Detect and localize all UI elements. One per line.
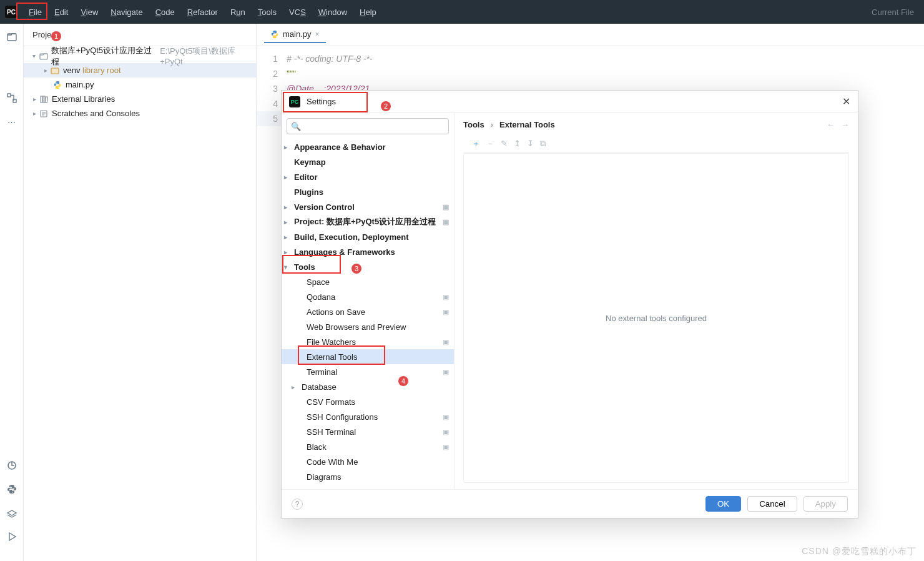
external-libraries-row[interactable]: ▸ External Libraries: [24, 92, 256, 106]
per-project-icon: ▣: [443, 218, 449, 226]
chevron-right-icon: ▸: [41, 67, 50, 74]
down-button: ↧: [527, 139, 534, 148]
chevron-right-icon: ▸: [30, 96, 39, 102]
menu-window[interactable]: Window: [312, 5, 353, 19]
nav-qodana[interactable]: Qodana▣: [282, 289, 454, 304]
menu-run[interactable]: Run: [224, 5, 252, 19]
code-line-1: # -*- coding: UTF-8 -*-: [287, 54, 373, 64]
dialog-footer: ? OK Cancel Apply: [282, 489, 858, 518]
nav-tools[interactable]: ▾Tools: [282, 259, 454, 274]
add-button[interactable]: ＋: [472, 138, 480, 149]
venv-name: venv: [63, 66, 80, 75]
code-line-2: """: [287, 69, 296, 79]
close-icon[interactable]: ×: [315, 30, 320, 39]
per-project-icon: ▣: [443, 428, 449, 436]
menu-refactor[interactable]: Refactor: [181, 5, 224, 19]
editor-tab-main-py[interactable]: main.py ×: [264, 26, 326, 43]
structure-tool-icon[interactable]: [6, 92, 17, 104]
crumb-tools[interactable]: Tools: [463, 120, 484, 129]
menu-tools[interactable]: Tools: [252, 5, 283, 19]
nav-actions-on-save[interactable]: Actions on Save▣: [282, 304, 454, 319]
nav-ssh-terminal[interactable]: SSH Terminal▣: [282, 424, 454, 439]
nav-project[interactable]: ▸Project: 数据库+PyQt5设计应用全过程▣: [282, 214, 454, 229]
per-project-icon: ▣: [443, 293, 449, 301]
settings-dialog: PC Settings ✕ 🔍 ▸Appearance & Behavior K…: [281, 90, 858, 519]
help-button[interactable]: ?: [292, 499, 303, 510]
main-py-row[interactable]: main.py: [24, 77, 256, 92]
nav-keymap[interactable]: Keymap: [282, 154, 454, 169]
venv-tag: library root: [82, 66, 120, 75]
nav-csv-formats[interactable]: CSV Formats: [282, 394, 454, 409]
file-name: main.py: [66, 80, 94, 89]
edit-button: ✎: [501, 139, 508, 148]
scratches-row[interactable]: ▸ Scratches and Consoles: [24, 106, 256, 121]
nav-languages-frameworks[interactable]: ▸Languages & Frameworks: [282, 244, 454, 259]
profiler-tool-icon[interactable]: [6, 460, 17, 471]
nav-diff-merge[interactable]: ▸Diff & Merge: [282, 484, 454, 489]
nav-ssh-config[interactable]: SSH Configurations▣: [282, 409, 454, 424]
empty-message: No external tools configured: [606, 314, 707, 323]
svg-rect-1: [7, 94, 11, 97]
close-icon[interactable]: ✕: [842, 96, 850, 107]
nav-terminal[interactable]: Terminal▣: [282, 364, 454, 379]
svg-rect-7: [41, 96, 42, 102]
copy-button: ⧉: [540, 139, 546, 149]
per-project-icon: ▣: [443, 308, 449, 316]
watermark: CSDN @爱吃雪糕的小布丁: [802, 546, 917, 557]
project-root-path: E:\PyQt5项目\数据库+PyQt: [160, 46, 256, 66]
pycharm-logo-icon: PC: [289, 96, 300, 107]
packages-tool-icon[interactable]: [6, 507, 17, 519]
chevron-right-icon: ▸: [30, 110, 39, 117]
settings-content: Tools › External Tools ← → ＋ － ✎ ↥ ↧ ⧉ N…: [455, 113, 858, 489]
services-tool-icon[interactable]: [6, 531, 17, 542]
project-tool-icon[interactable]: [6, 31, 17, 42]
nav-black[interactable]: Black▣: [282, 439, 454, 454]
run-config-status[interactable]: Current File: [872, 7, 914, 17]
menu-navigate[interactable]: Navigate: [104, 5, 149, 19]
left-tool-rail: ⋯: [0, 24, 24, 561]
main-menubar: PC File Edit View Navigate Code Refactor…: [0, 0, 924, 24]
app-logo-icon: PC: [5, 6, 17, 18]
nav-web-browsers[interactable]: Web Browsers and Preview: [282, 319, 454, 334]
tab-label: main.py: [283, 29, 312, 39]
cancel-button[interactable]: Cancel: [747, 496, 797, 512]
crumb-external-tools: External Tools: [499, 120, 555, 129]
per-project-icon: ▣: [443, 338, 449, 346]
more-tool-icon[interactable]: ⋯: [6, 116, 17, 127]
dialog-titlebar: PC Settings ✕: [282, 91, 858, 113]
remove-button: －: [486, 138, 494, 149]
nav-plugins[interactable]: Plugins: [282, 184, 454, 199]
menu-file[interactable]: File: [22, 5, 48, 19]
project-panel: Proje ▾ ▾ 数据库+PyQt5设计应用全过程 E:\PyQt5项目\数据…: [24, 24, 257, 561]
python-console-icon[interactable]: [6, 484, 17, 495]
menu-code[interactable]: Code: [149, 5, 181, 19]
menu-vcs[interactable]: VCS: [283, 5, 312, 19]
search-input[interactable]: [303, 122, 445, 131]
nav-editor[interactable]: ▸Editor: [282, 169, 454, 184]
nav-back-icon[interactable]: ←: [827, 120, 835, 129]
project-root-name: 数据库+PyQt5设计应用全过程: [51, 45, 157, 67]
python-file-icon: [270, 30, 279, 39]
nav-space[interactable]: Space: [282, 274, 454, 289]
folder-icon: [39, 52, 49, 61]
search-icon: 🔍: [291, 122, 301, 131]
nav-database[interactable]: ▸Database: [282, 379, 454, 394]
menu-help[interactable]: Help: [353, 5, 383, 19]
nav-file-watchers[interactable]: File Watchers▣: [282, 334, 454, 349]
ok-button[interactable]: OK: [705, 496, 741, 512]
project-root-row[interactable]: ▾ 数据库+PyQt5设计应用全过程 E:\PyQt5项目\数据库+PyQt: [24, 49, 256, 63]
scratch-icon: [39, 109, 49, 118]
settings-search[interactable]: 🔍: [287, 118, 449, 134]
nav-diagrams[interactable]: Diagrams: [282, 469, 454, 484]
nav-external-tools[interactable]: External Tools: [282, 349, 454, 364]
nav-appearance-behavior[interactable]: ▸Appearance & Behavior: [282, 139, 454, 154]
per-project-icon: ▣: [443, 368, 449, 376]
nav-version-control[interactable]: ▸Version Control▣: [282, 199, 454, 214]
annotation-badge-1: 1: [51, 31, 61, 41]
menu-edit[interactable]: Edit: [48, 5, 74, 19]
menu-view[interactable]: View: [74, 5, 104, 19]
nav-forward-icon[interactable]: →: [841, 120, 849, 129]
nav-build-execution[interactable]: ▸Build, Execution, Deployment: [282, 229, 454, 244]
svg-rect-9: [45, 96, 47, 102]
nav-code-with-me[interactable]: Code With Me: [282, 454, 454, 469]
